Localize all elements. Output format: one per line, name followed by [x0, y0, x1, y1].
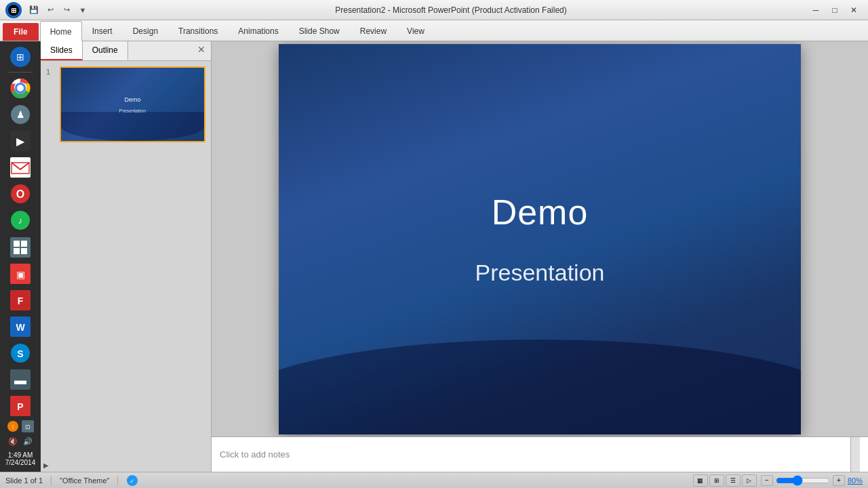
panel-expand-arrow[interactable]: ▶ — [41, 459, 211, 472]
svg-text:S: S — [17, 348, 23, 359]
slide-workspace: Demo Presentation — [212, 41, 868, 436]
quick-access-toolbar: 💾 ↩ ↪ ▼ — [27, 3, 90, 17]
taskbar-icon-spotify[interactable]: ♪ — [5, 208, 35, 233]
taskbar-icon-media[interactable]: ▶ — [5, 128, 35, 153]
save-quick-btn[interactable]: 💾 — [27, 3, 41, 17]
taskbar-divider-1 — [8, 72, 33, 73]
taskbar-icon-powerpoint[interactable]: P — [5, 394, 35, 419]
notes-scrollbar[interactable] — [850, 437, 860, 472]
taskbar: ⊞ ♟ ▶ — [0, 41, 41, 472]
slide-title: Demo — [492, 192, 589, 232]
customize-quick-btn[interactable]: ▼ — [76, 3, 90, 17]
taskbar-icon-chrome[interactable] — [5, 75, 35, 100]
taskbar-icon-steam[interactable]: ♟ — [5, 102, 35, 127]
reading-view-btn[interactable]: ☰ — [726, 474, 741, 487]
thumb-subtitle: Presentation — [119, 108, 146, 113]
tab-slides[interactable]: Slides — [41, 41, 83, 60]
status-left: Slide 1 of 1 "Office Theme" ✓ — [5, 474, 138, 487]
zoom-controls: − + 80% — [761, 475, 863, 486]
svg-text:🔊: 🔊 — [23, 436, 33, 446]
minimize-button[interactable]: ─ — [807, 3, 825, 17]
zoom-slider-input[interactable] — [776, 476, 830, 485]
notifications-icon[interactable]: ! — [7, 420, 19, 432]
theme-name: "Office Theme" — [60, 476, 109, 485]
spell-check-icon[interactable]: ✓ — [126, 474, 138, 487]
ribbon: File Home Insert Design Transitions Anim… — [0, 20, 868, 41]
window-title: Presentation2 - Microsoft PowerPoint (Pr… — [95, 5, 807, 15]
close-button[interactable]: ✕ — [845, 3, 863, 17]
tab-file[interactable]: File — [3, 23, 39, 41]
tab-animations[interactable]: Animations — [228, 20, 288, 41]
slides-list: 1 Demo Presentation — [41, 61, 211, 459]
svg-text:▬: ▬ — [14, 373, 26, 387]
slide-thumbnail-1[interactable]: Demo Presentation — [60, 66, 205, 142]
status-divider-1 — [51, 476, 52, 485]
svg-text:✓: ✓ — [130, 478, 135, 485]
svg-text:⊞: ⊞ — [11, 7, 16, 14]
taskbar-bottom: ! ⊡ 🔇 🔊 1:49 AM 7/24/2014 — [5, 420, 36, 469]
svg-text:O: O — [16, 188, 24, 200]
ribbon-tabs: File Home Insert Design Transitions Anim… — [0, 20, 868, 41]
thumb-title: Demo — [124, 96, 140, 103]
tab-outline[interactable]: Outline — [83, 41, 128, 60]
svg-point-6 — [17, 85, 24, 92]
zoom-level[interactable]: 80% — [848, 476, 863, 485]
zoom-out-btn[interactable]: − — [761, 475, 773, 486]
taskbar-icon-app1[interactable] — [5, 235, 35, 260]
slide-sorter-btn[interactable]: ⊞ — [709, 474, 724, 487]
tab-design[interactable]: Design — [123, 20, 168, 41]
taskbar-icon-terminal[interactable]: ▬ — [5, 367, 35, 392]
svg-rect-20 — [14, 248, 20, 254]
svg-text:!: ! — [12, 424, 14, 430]
tab-review[interactable]: Review — [350, 20, 397, 41]
notes-area: Click to add notes — [212, 436, 868, 472]
status-bar: Slide 1 of 1 "Office Theme" ✓ ▦ ⊞ ☰ ▷ − … — [0, 472, 868, 488]
taskbar-icon-app2[interactable]: ▣ — [5, 261, 35, 286]
status-divider-2 — [117, 476, 118, 485]
taskbar-icon-opera[interactable]: O — [5, 182, 35, 207]
view-buttons: ▦ ⊞ ☰ ▷ — [693, 474, 757, 487]
svg-text:P: P — [17, 401, 23, 412]
svg-rect-18 — [14, 241, 20, 247]
maximize-button[interactable]: □ — [826, 3, 844, 17]
svg-text:▣: ▣ — [16, 269, 25, 280]
svg-text:F: F — [18, 296, 24, 306]
undo-quick-btn[interactable]: ↩ — [43, 3, 57, 17]
svg-text:⊞: ⊞ — [16, 52, 24, 62]
slideshow-btn[interactable]: ▷ — [742, 474, 757, 487]
svg-text:▶: ▶ — [16, 136, 25, 147]
volume-icon[interactable]: 🔇 — [7, 435, 19, 447]
tab-home[interactable]: Home — [40, 21, 82, 41]
taskbar-icon-word[interactable]: W — [5, 314, 35, 339]
speaker-icon[interactable]: 🔊 — [22, 435, 34, 447]
slide-subtitle: Presentation — [475, 260, 605, 286]
slides-panel: Slides Outline ✕ 1 Demo Presentation ▶ — [41, 41, 212, 472]
content-area: Demo Presentation Click to add notes — [212, 41, 868, 472]
taskbar-icon-filezilla[interactable]: F — [5, 287, 35, 312]
main-area: ⊞ ♟ ▶ — [0, 41, 868, 472]
svg-text:♪: ♪ — [18, 216, 23, 226]
svg-text:⊡: ⊡ — [25, 424, 31, 430]
taskbar-icon-skype[interactable]: S — [5, 341, 35, 366]
tab-transitions[interactable]: Transitions — [168, 20, 228, 41]
normal-view-btn[interactable]: ▦ — [693, 474, 708, 487]
svg-text:🔇: 🔇 — [8, 436, 18, 446]
taskbar-icon-windows[interactable]: ⊞ — [5, 44, 35, 69]
svg-rect-21 — [21, 248, 27, 254]
tab-slideshow[interactable]: Slide Show — [289, 20, 350, 41]
tab-insert[interactable]: Insert — [82, 20, 123, 41]
status-right: ▦ ⊞ ☰ ▷ − + 80% — [693, 474, 863, 487]
tab-view[interactable]: View — [397, 20, 435, 41]
zoom-in-btn[interactable]: + — [833, 475, 845, 486]
slide-item-1: 1 Demo Presentation — [46, 66, 205, 142]
taskbar-time: 1:49 AM 7/24/2014 — [5, 451, 36, 466]
taskbar-icon-gmail[interactable] — [5, 155, 35, 180]
window-controls: ─ □ ✕ — [807, 3, 863, 17]
slide-main[interactable]: Demo Presentation — [279, 44, 801, 434]
slide-info: Slide 1 of 1 — [5, 476, 43, 485]
notes-placeholder[interactable]: Click to add notes — [220, 449, 290, 460]
redo-quick-btn[interactable]: ↪ — [60, 3, 73, 17]
svg-rect-17 — [10, 237, 31, 258]
panel-close-button[interactable]: ✕ — [192, 41, 211, 60]
system-tray-icon[interactable]: ⊡ — [22, 420, 34, 432]
